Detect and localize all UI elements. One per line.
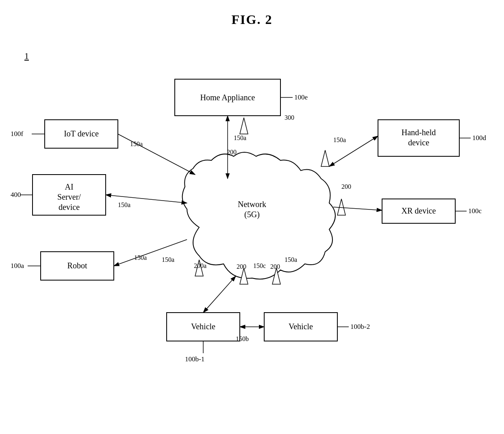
vehicle2-label: Vehicle [289,322,313,331]
handheld-label-2: device [408,138,429,147]
svg-line-18 [118,134,195,175]
network-label-1: Network [238,200,266,209]
ref-100b1: 100b-1 [185,355,204,363]
antenna-right [337,199,345,215]
svg-marker-10 [240,118,248,134]
label-200-right: 200 [341,183,351,190]
label-150a-ai: 150a [118,201,130,208]
xr-label: XR device [402,206,436,215]
ref-100f: 100f [11,130,24,138]
label-200a: 200a [194,262,206,269]
ai-label-1: AI [65,182,73,191]
label-150b: 150b [236,335,249,342]
antenna-top-right [321,150,329,166]
iot-device-label: IoT device [64,129,99,138]
label-150a-handheld: 150a [333,136,346,143]
svg-line-23 [203,276,236,313]
home-appliance-label: Home Appliance [200,93,255,102]
label-200-top: 200 [227,149,237,155]
diagram-svg: 1 Home Appliance 100e IoT device 100f Ha… [0,0,504,402]
ai-label-2: Server/ [57,192,81,201]
ai-label-3: device [59,203,80,212]
ref-100b2: 100b-2 [350,323,370,330]
page-container: FIG. 2 1 Home Appliance 100e IoT device … [0,0,504,434]
label-150a-iot: 150a [130,140,143,147]
svg-marker-13 [337,199,345,215]
ref-100e: 100e [294,93,308,101]
network-label-2: (5G) [244,210,260,219]
label-150a-bottom-left: 150a [162,256,174,263]
ref-100d: 100d [472,134,487,142]
label-200-bottom-center: 200 [237,263,246,270]
ref-400: 400 [11,191,21,199]
label-150a-bottom-right: 150a [285,256,297,263]
label-150c: 150c [253,262,266,269]
svg-line-20 [114,240,187,266]
svg-marker-12 [321,150,329,166]
ref-100a: 100a [11,262,24,270]
label-150a-top: 150a [234,134,246,141]
vehicle1-label: Vehicle [191,322,215,331]
network-cloud: Network (5G) [182,152,335,279]
label-300: 300 [285,114,294,121]
ref-100c: 100c [468,207,482,215]
robot-label: Robot [67,261,87,270]
handheld-label-1: Hand-held [402,128,436,137]
label-150a-robot: 150a [134,254,147,261]
label-200-bottom-right: 200 [270,263,280,270]
ref-1-label: 1 [24,51,29,61]
